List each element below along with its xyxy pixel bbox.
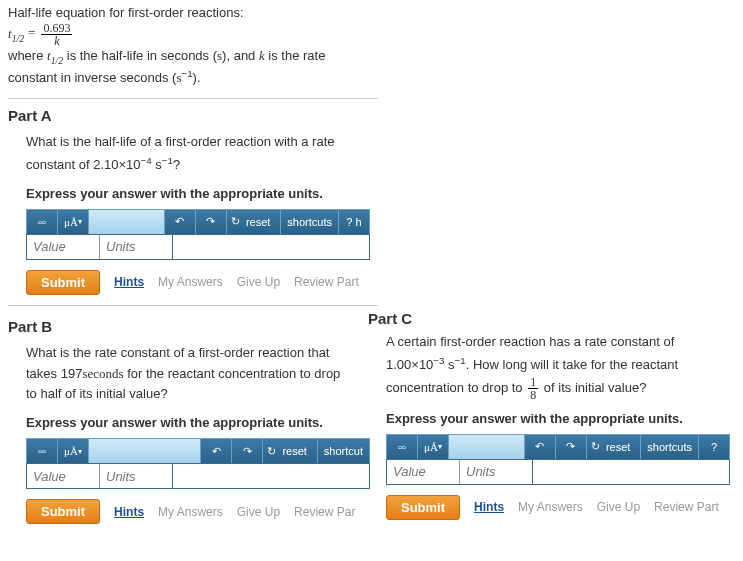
part-b: Part B What is the rate constant of a fi… xyxy=(8,314,378,524)
units-input[interactable] xyxy=(460,460,533,484)
units-input[interactable] xyxy=(100,464,173,488)
refresh-button[interactable]: ↻reset xyxy=(262,439,316,463)
part-a: Part A What is the half-life of a first-… xyxy=(8,107,743,295)
templates-button[interactable]: ▫▫ xyxy=(27,210,58,234)
submit-button[interactable]: Submit xyxy=(386,495,460,520)
value-input[interactable] xyxy=(387,460,460,484)
intro-line1: Half-life equation for first-order react… xyxy=(8,4,743,22)
part-c-question: A certain first-order reaction has a rat… xyxy=(386,332,726,401)
templates-button[interactable]: ▫▫ xyxy=(27,439,58,463)
half-life-equation: t1/2 = 0.693 k xyxy=(8,22,743,47)
symbols-button[interactable]: μÅ▾ xyxy=(418,435,449,459)
redo-button[interactable]: ↷ xyxy=(231,439,262,463)
shortcuts-button[interactable]: shortcuts xyxy=(280,210,338,234)
symbols-button[interactable]: μÅ▾ xyxy=(58,210,89,234)
refresh-button[interactable]: ↻reset xyxy=(226,210,280,234)
part-a-question: What is the half-life of a first-order r… xyxy=(26,132,366,176)
refresh-button[interactable]: ↻reset xyxy=(586,435,640,459)
actions-a: Submit Hints My Answers Give Up Review P… xyxy=(26,270,743,295)
toolbar-a: ▫▫ μÅ▾ ↶ ↷ ↻reset shortcuts ? h xyxy=(26,209,370,234)
answer-box-c: ▫▫ μÅ▾ ↶ ↷ ↻reset shortcuts ? xyxy=(386,434,730,485)
help-button[interactable]: ? h xyxy=(338,210,369,234)
part-b-title: Part B xyxy=(8,318,378,335)
undo-button[interactable]: ↶ xyxy=(200,439,231,463)
units-input[interactable] xyxy=(100,235,173,259)
shortcuts-button[interactable]: shortcuts xyxy=(640,435,698,459)
divider xyxy=(8,305,378,306)
part-a-title: Part A xyxy=(8,107,743,124)
help-button[interactable]: ? xyxy=(698,435,729,459)
undo-button[interactable]: ↶ xyxy=(524,435,555,459)
my-answers-link[interactable]: My Answers xyxy=(158,275,223,289)
review-part-link[interactable]: Review Part xyxy=(654,500,719,514)
part-c-instructions: Express your answer with the appropriate… xyxy=(386,411,730,426)
my-answers-link[interactable]: My Answers xyxy=(518,500,583,514)
divider xyxy=(8,98,378,99)
submit-button[interactable]: Submit xyxy=(26,499,100,524)
toolbar-c: ▫▫ μÅ▾ ↶ ↷ ↻reset shortcuts ? xyxy=(386,434,730,459)
answer-inputs-b xyxy=(26,463,370,489)
give-up-link[interactable]: Give Up xyxy=(597,500,640,514)
value-input[interactable] xyxy=(27,464,100,488)
review-part-link[interactable]: Review Part xyxy=(294,275,359,289)
actions-b: Submit Hints My Answers Give Up Review P… xyxy=(26,499,378,524)
undo-button[interactable]: ↶ xyxy=(164,210,195,234)
part-c: Part C A certain first-order reaction ha… xyxy=(378,314,730,520)
give-up-link[interactable]: Give Up xyxy=(237,505,280,519)
review-part-link[interactable]: Review Par xyxy=(294,505,355,519)
part-b-question: What is the rate constant of a first-ord… xyxy=(26,343,366,405)
intro-line3: where t1/2 is the half-life in seconds (… xyxy=(8,47,743,67)
templates-button[interactable]: ▫▫ xyxy=(387,435,418,459)
submit-button[interactable]: Submit xyxy=(26,270,100,295)
hints-link[interactable]: Hints xyxy=(114,505,144,519)
part-b-instructions: Express your answer with the appropriate… xyxy=(26,415,378,430)
part-a-instructions: Express your answer with the appropriate… xyxy=(26,186,743,201)
redo-button[interactable]: ↷ xyxy=(555,435,586,459)
hints-link[interactable]: Hints xyxy=(474,500,504,514)
answer-box-a: ▫▫ μÅ▾ ↶ ↷ ↻reset shortcuts ? h xyxy=(26,209,370,260)
shortcuts-button[interactable]: shortcut xyxy=(317,439,369,463)
actions-c: Submit Hints My Answers Give Up Review P… xyxy=(386,495,730,520)
my-answers-link[interactable]: My Answers xyxy=(158,505,223,519)
give-up-link[interactable]: Give Up xyxy=(237,275,280,289)
part-c-title: Part C xyxy=(368,310,412,327)
answer-inputs-c xyxy=(386,459,730,485)
toolbar-b: ▫▫ μÅ▾ ↶ ↷ ↻reset shortcut xyxy=(26,438,370,463)
redo-button[interactable]: ↷ xyxy=(195,210,226,234)
answer-inputs-a xyxy=(26,234,370,260)
intro-line4: constant in inverse seconds (s−1). xyxy=(8,67,743,88)
value-input[interactable] xyxy=(27,235,100,259)
hints-link[interactable]: Hints xyxy=(114,275,144,289)
intro-text: Half-life equation for first-order react… xyxy=(8,4,743,88)
answer-box-b: ▫▫ μÅ▾ ↶ ↷ ↻reset shortcut xyxy=(26,438,370,489)
symbols-button[interactable]: μÅ▾ xyxy=(58,439,89,463)
